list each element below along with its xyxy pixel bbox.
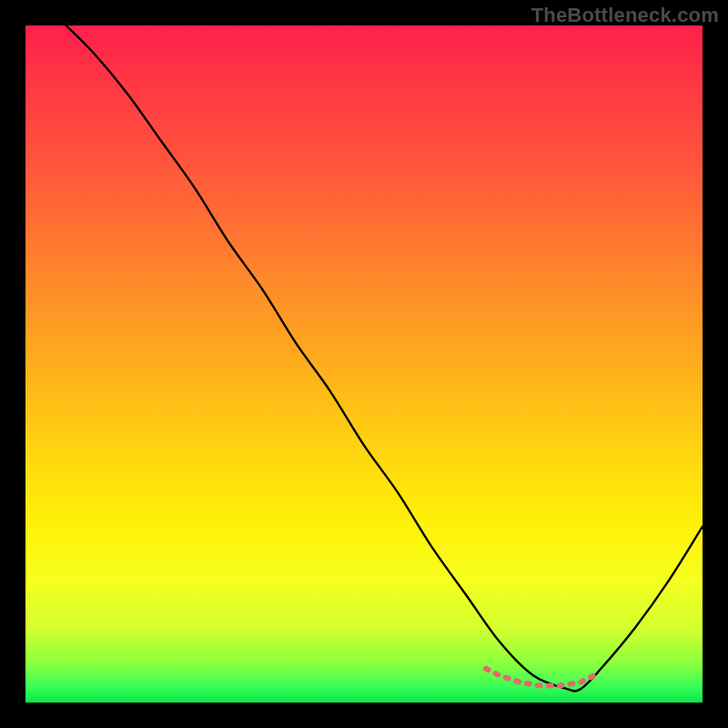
plot-area [25,25,703,703]
chart-frame: TheBottleneck.com [0,0,728,728]
curve-layer [25,25,703,703]
trough-highlight [486,669,594,686]
watermark-text: TheBottleneck.com [531,4,719,27]
main-curve [66,25,703,691]
